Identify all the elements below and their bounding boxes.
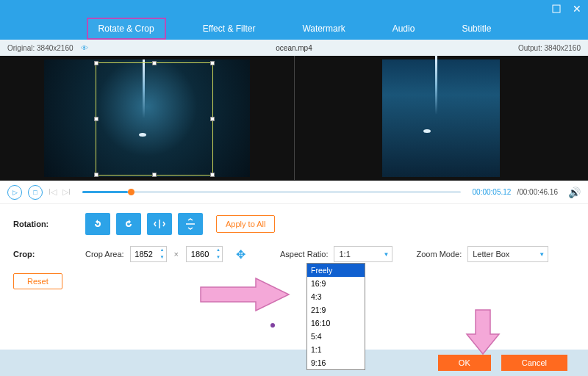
spin-up-icon[interactable]: ▲ <box>159 247 166 254</box>
tab-effect-filter[interactable]: Effect & Filter <box>193 19 266 38</box>
tab-audio[interactable]: Audio <box>382 19 426 38</box>
preview-area <box>0 56 588 181</box>
crop-handle[interactable] <box>94 173 98 177</box>
crop-handle[interactable] <box>94 61 98 65</box>
crop-area-label: Crop Area: <box>85 250 124 258</box>
spin-up-icon[interactable]: ▲ <box>215 247 222 254</box>
aspect-option-21-9[interactable]: 21:9 <box>307 303 365 317</box>
filename-label: ocean.mp4 <box>276 44 312 52</box>
aspect-option-16-10[interactable]: 16:10 <box>307 317 365 330</box>
spin-down-icon[interactable]: ▼ <box>159 254 166 261</box>
player-controls: ▷ □ I◁ ▷I 00:00:05.12/00:00:46.16 🔊 <box>0 181 588 204</box>
crop-handle[interactable] <box>210 117 215 121</box>
aspect-ratio-label: Aspect Ratio: <box>280 250 328 258</box>
zoom-mode-label: Zoom Mode: <box>416 250 462 258</box>
crop-label: Crop: <box>13 250 79 258</box>
play-button[interactable]: ▷ <box>7 185 22 200</box>
crop-handle[interactable] <box>210 61 215 65</box>
tab-rotate-crop[interactable]: Rotate & Crop <box>87 18 166 40</box>
x-separator: × <box>174 250 179 258</box>
original-preview-pane[interactable] <box>0 56 295 180</box>
current-time: 00:00:05.12 <box>473 188 512 196</box>
flip-horizontal-button[interactable] <box>147 213 172 235</box>
crop-selection-box[interactable] <box>96 62 213 176</box>
aspect-option-1-1[interactable]: 1:1 <box>307 343 365 356</box>
crop-handle[interactable] <box>94 117 98 121</box>
cancel-button[interactable]: Cancel <box>501 355 567 371</box>
chevron-down-icon: ▼ <box>539 251 545 258</box>
preview-toggle-icon[interactable]: 👁 <box>81 44 88 52</box>
rotate-left-button[interactable] <box>85 213 110 235</box>
titlebar: ✕ <box>0 0 588 18</box>
output-video-thumbnail <box>382 59 500 177</box>
aspect-ratio-select[interactable]: 1:1▼ <box>334 246 392 262</box>
crop-handle[interactable] <box>210 173 215 177</box>
crop-handle[interactable] <box>152 61 157 65</box>
footer-bar: OK Cancel <box>0 350 588 376</box>
ok-button[interactable]: OK <box>438 355 491 371</box>
original-label: Original: 3840x2160 <box>7 44 74 52</box>
annotation-dot <box>270 323 275 328</box>
rotate-right-button[interactable] <box>116 213 141 235</box>
progress-slider[interactable] <box>82 191 460 193</box>
svg-rect-0 <box>553 5 560 12</box>
aspect-option-16-9[interactable]: 16:9 <box>307 277 365 290</box>
reset-button[interactable]: Reset <box>13 273 62 289</box>
total-time: /00:00:46.16 <box>517 188 558 196</box>
tab-watermark[interactable]: Watermark <box>292 19 355 38</box>
aspect-option-5-4[interactable]: 5:4 <box>307 330 365 343</box>
original-video-thumbnail <box>44 59 250 177</box>
stop-button[interactable]: □ <box>28 185 43 200</box>
progress-thumb[interactable] <box>128 189 135 195</box>
tab-subtitle[interactable]: Subtitle <box>451 19 501 38</box>
aspect-option-4-3[interactable]: 4:3 <box>307 290 365 303</box>
close-button[interactable]: ✕ <box>572 4 582 14</box>
aspect-option-freely[interactable]: Freely <box>307 264 365 277</box>
flip-vertical-button[interactable] <box>178 213 203 235</box>
crop-handle[interactable] <box>152 173 157 177</box>
minimize-button[interactable] <box>551 4 562 14</box>
apply-to-all-button[interactable]: Apply to All <box>216 215 275 233</box>
volume-icon[interactable]: 🔊 <box>568 187 581 198</box>
file-info-bar: Original: 3840x2160 👁 ocean.mp4 Output: … <box>0 40 588 56</box>
aspect-option-9-16[interactable]: 9:16 <box>307 356 365 369</box>
prev-frame-button[interactable]: I◁ <box>49 187 57 197</box>
output-label: Output: 3840x2160 <box>518 44 581 52</box>
controls-panel: Rotation: Apply to All Crop: Crop Area: … <box>0 204 588 329</box>
aspect-ratio-dropdown: Freely 16:9 4:3 21:9 16:10 5:4 1:1 9:16 <box>306 263 365 370</box>
tab-bar: Rotate & Crop Effect & Filter Watermark … <box>0 18 588 40</box>
spin-down-icon[interactable]: ▼ <box>215 254 222 261</box>
next-frame-button[interactable]: ▷I <box>62 187 71 197</box>
center-crop-icon[interactable]: ✥ <box>232 245 249 263</box>
zoom-mode-select[interactable]: Letter Box▼ <box>467 246 548 262</box>
chevron-down-icon: ▼ <box>384 251 390 258</box>
output-preview-pane <box>295 56 589 180</box>
rotation-label: Rotation: <box>13 220 79 228</box>
